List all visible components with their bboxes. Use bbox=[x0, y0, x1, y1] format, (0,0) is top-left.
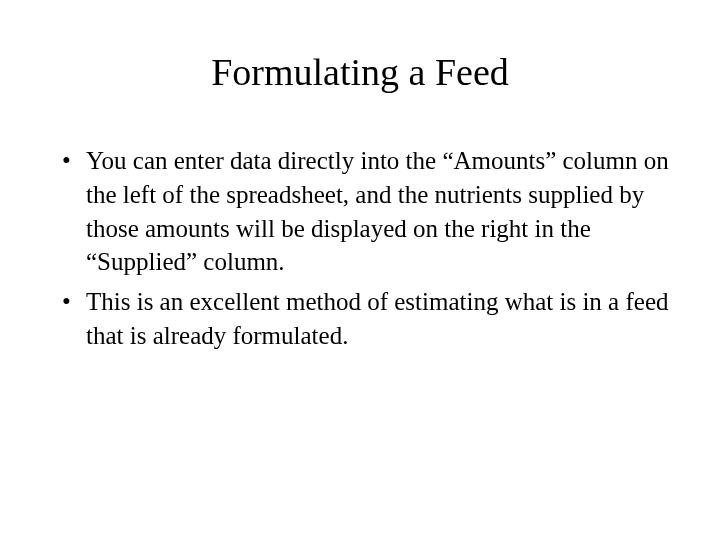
bullet-item: You can enter data directly into the “Am… bbox=[86, 144, 670, 279]
bullet-list: You can enter data directly into the “Am… bbox=[50, 144, 670, 353]
bullet-item: This is an excellent method of estimatin… bbox=[86, 285, 670, 353]
slide-title: Formulating a Feed bbox=[50, 50, 670, 94]
